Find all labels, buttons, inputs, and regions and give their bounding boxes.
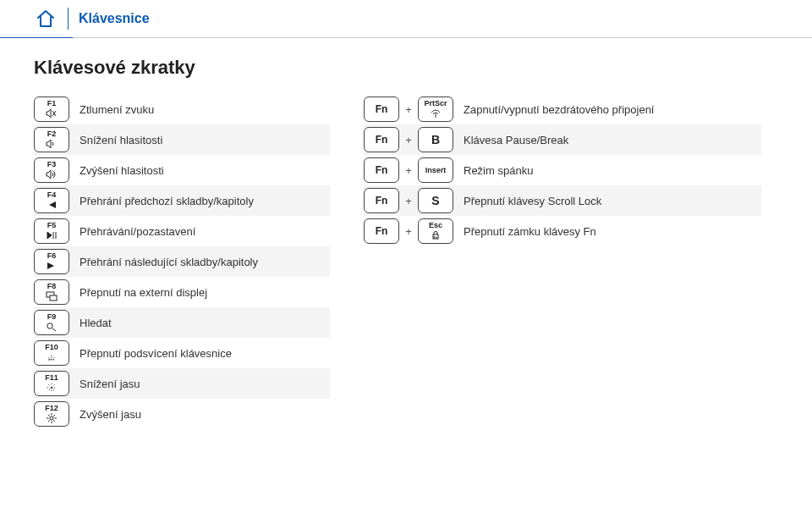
- key-esc: EscFn: [418, 218, 453, 244]
- key-f4: F4: [34, 188, 69, 213]
- page-title: Klávesové zkratky: [34, 57, 778, 79]
- key-insert: Insert: [418, 157, 453, 183]
- shortcut-label: Přepnutí na externí displej: [80, 286, 330, 299]
- breadcrumb[interactable]: Klávesnice: [79, 11, 150, 26]
- mute-icon: [46, 108, 58, 119]
- volume-down-icon: [46, 139, 58, 149]
- shortcut-label: Přepnutí podsvícení klávesnice: [80, 347, 330, 360]
- shortcut-row: Fn + EscFn Přepnutí zámku klávesy Fn: [364, 216, 761, 246]
- search-icon: [46, 322, 58, 332]
- home-icon[interactable]: [34, 7, 58, 30]
- shortcut-label: Klávesa Pause/Break: [464, 134, 568, 146]
- key-fn: Fn: [364, 188, 399, 213]
- plus-icon: +: [404, 164, 413, 177]
- key-fn: Fn: [364, 218, 399, 244]
- shortcut-row: F9 Hledat: [34, 307, 330, 338]
- shortcuts-right-column: Fn + PrtScr Zapnutí/vypnutí bezdrátového…: [364, 94, 761, 429]
- key-f11: F11: [34, 371, 69, 396]
- key-fn: Fn: [364, 157, 399, 183]
- keyboard-backlight-icon: [46, 352, 58, 362]
- shortcut-row: F1 Ztlumení zvuku: [34, 94, 330, 124]
- play-pause-icon: [46, 230, 58, 240]
- key-f10: F10: [34, 340, 69, 366]
- shortcut-row: F11 Snížení jasu: [34, 368, 330, 399]
- shortcut-row: Fn + S Přepnutí klávesy Scroll Lock: [364, 185, 761, 216]
- svg-point-3: [51, 387, 52, 389]
- key-f1: F1: [34, 97, 69, 122]
- brightness-up-icon: [46, 413, 58, 423]
- shortcut-row: F5 Přehrávání/pozastavení: [34, 216, 330, 246]
- wireless-icon: [430, 108, 442, 119]
- key-f8: F8: [34, 279, 69, 305]
- shortcut-row: F3 Zvýšení hlasitosti: [34, 155, 330, 185]
- key-fn: Fn: [364, 127, 399, 152]
- key-s: S: [418, 188, 453, 213]
- shortcut-row: Fn + Insert Režim spánku: [364, 155, 761, 185]
- svg-rect-1: [50, 295, 57, 301]
- shortcut-row: Fn + PrtScr Zapnutí/vypnutí bezdrátového…: [364, 94, 761, 124]
- shortcut-row: F8 Přepnutí na externí displej: [34, 277, 330, 307]
- shortcut-label: Zvýšení jasu: [80, 408, 330, 421]
- shortcuts-left-column: F1 Ztlumení zvuku F2 Snížení hlasitosti …: [34, 94, 330, 429]
- next-track-icon: [46, 261, 58, 271]
- plus-icon: +: [404, 103, 413, 116]
- brightness-down-icon: [46, 383, 58, 393]
- header-underline: [0, 37, 812, 38]
- key-prtscr: PrtScr: [418, 97, 453, 122]
- svg-point-4: [50, 416, 53, 420]
- shortcut-label: Přepnutí klávesy Scroll Lock: [464, 195, 601, 207]
- key-fn: Fn: [364, 97, 399, 122]
- shortcut-label: Přepnutí zámku klávesy Fn: [464, 225, 596, 238]
- volume-up-icon: [46, 169, 58, 179]
- external-display-icon: [46, 291, 58, 301]
- previous-track-icon: [46, 200, 58, 210]
- shortcut-label: Hledat: [80, 317, 330, 329]
- shortcut-row: F4 Přehrání předchozí skladby/kapitoly: [34, 185, 330, 216]
- key-f12: F12: [34, 401, 69, 427]
- key-f9: F9: [34, 310, 69, 335]
- shortcut-label: Zapnutí/vypnutí bezdrátového připojení: [464, 103, 654, 116]
- svg-text:Fn: Fn: [434, 235, 438, 240]
- key-f2: F2: [34, 127, 69, 152]
- shortcut-label: Snížení jasu: [80, 378, 330, 390]
- shortcut-row: F10 Přepnutí podsvícení klávesnice: [34, 338, 330, 368]
- shortcut-label: Přehrání následující skladby/kapitoly: [80, 256, 330, 268]
- shortcut-label: Přehrání předchozí skladby/kapitoly: [80, 195, 330, 207]
- plus-icon: +: [404, 195, 413, 207]
- plus-icon: +: [404, 225, 413, 238]
- shortcut-row: F2 Snížení hlasitosti: [34, 124, 330, 155]
- shortcut-label: Snížení hlasitosti: [80, 134, 330, 146]
- shortcut-row: Fn + B Klávesa Pause/Break: [364, 124, 761, 155]
- plus-icon: +: [404, 134, 413, 146]
- key-f5: F5: [34, 218, 69, 244]
- shortcut-label: Zvýšení hlasitosti: [80, 164, 330, 177]
- shortcut-label: Ztlumení zvuku: [80, 103, 330, 116]
- key-f6: F6: [34, 249, 69, 274]
- svg-point-2: [47, 323, 52, 328]
- shortcut-label: Přehrávání/pozastavení: [80, 225, 330, 238]
- shortcut-label: Režim spánku: [464, 164, 533, 177]
- shortcut-row: F12 Zvýšení jasu: [34, 399, 330, 429]
- fn-lock-icon: Fn: [430, 230, 442, 240]
- key-b: B: [418, 127, 453, 152]
- header-separator: [68, 8, 69, 30]
- key-f3: F3: [34, 157, 69, 183]
- shortcut-row: F6 Přehrání následující skladby/kapitoly: [34, 246, 330, 277]
